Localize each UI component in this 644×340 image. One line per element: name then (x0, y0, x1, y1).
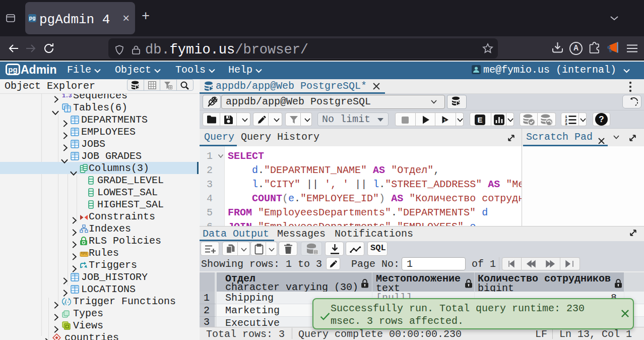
svg-text:1: 1 (443, 119, 446, 124)
svg-text:3: 3 (565, 122, 567, 125)
